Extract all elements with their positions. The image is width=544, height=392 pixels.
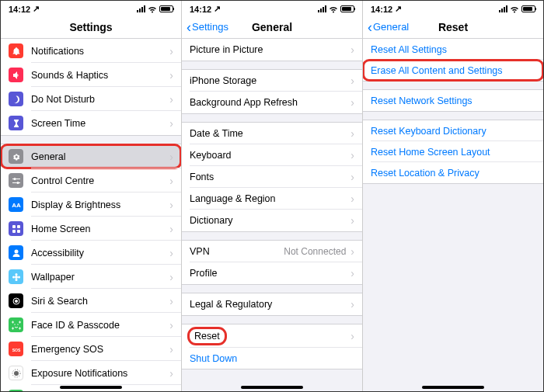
svg-point-14 — [15, 300, 18, 303]
general-list[interactable]: Picture in Picture› iPhone Storage›Backg… — [182, 39, 362, 391]
chevron-right-icon: › — [350, 267, 354, 279]
row-profile[interactable]: Profile› — [182, 262, 362, 284]
back-button[interactable]: ‹General — [368, 20, 409, 34]
row-vpn[interactable]: VPNNot Connected› — [182, 241, 362, 262]
chevron-right-icon: › — [169, 93, 173, 106]
row-dictionary[interactable]: Dictionary› — [182, 210, 362, 231]
svg-point-7 — [14, 249, 18, 253]
status-bar: 14:12↗ — [182, 1, 362, 16]
row-reset-network-settings[interactable]: Reset Network Settings — [363, 90, 543, 111]
row-reset-keyboard-dictionary[interactable]: Reset Keyboard Dictionary — [363, 120, 543, 141]
row-control-centre[interactable]: Control Centre› — [1, 168, 181, 193]
row-label: Siri & Search — [31, 296, 169, 307]
aa-icon: AA — [9, 197, 23, 212]
chevron-right-icon: › — [169, 45, 173, 57]
gear-icon — [9, 149, 23, 164]
row-label: Control Centre — [31, 175, 169, 186]
row-label: Reset Network Settings — [371, 95, 535, 106]
row-date-time[interactable]: Date & Time› — [182, 123, 362, 144]
row-label: Erase All Content and Settings — [371, 65, 535, 76]
row-sounds-haptics[interactable]: Sounds & Haptics› — [1, 63, 181, 87]
row-keyboard[interactable]: Keyboard› — [182, 144, 362, 166]
back-button[interactable]: ‹Settings — [187, 20, 228, 34]
row-label: Legal & Regulatory — [190, 299, 350, 310]
row-label: Language & Region — [190, 193, 350, 204]
home-indicator[interactable] — [241, 386, 303, 389]
row-label: Fonts — [190, 172, 350, 182]
svg-text:SOS: SOS — [12, 347, 20, 352]
row-siri-search[interactable]: Siri & Search› — [1, 289, 181, 313]
row-background-app-refresh[interactable]: Background App Refresh› — [182, 92, 362, 113]
row-label: Sounds & Haptics — [31, 70, 169, 81]
row-emergency-sos[interactable]: SOSEmergency SOS› — [1, 337, 181, 361]
page-title: Reset — [438, 21, 468, 33]
chevron-right-icon: › — [350, 149, 354, 161]
row-label: iPhone Storage — [190, 75, 350, 86]
row-label: Reset Home Screen Layout — [371, 147, 535, 158]
row-label: Reset Location & Privacy — [371, 168, 535, 179]
chevron-right-icon: › — [350, 330, 354, 342]
row-picture-in-picture[interactable]: Picture in Picture› — [182, 39, 362, 61]
row-reset-all-settings[interactable]: Reset All Settings — [363, 39, 543, 60]
flower-icon — [9, 269, 23, 284]
row-accessibility[interactable]: Accessibility› — [1, 241, 181, 265]
row-general[interactable]: General› — [1, 144, 181, 168]
svg-point-0 — [13, 178, 16, 180]
row-shut-down[interactable]: Shut Down — [182, 348, 362, 369]
wifi-icon — [510, 5, 519, 12]
settings-list[interactable]: Notifications›Sounds & Haptics›Do Not Di… — [1, 39, 181, 391]
moon-icon — [9, 92, 23, 106]
row-label: Display & Brightness — [31, 199, 169, 210]
reset-list[interactable]: Reset All SettingsErase All Content and … — [363, 39, 543, 391]
row-reset[interactable]: Reset› — [182, 324, 362, 348]
row-language-region[interactable]: Language & Region› — [182, 188, 362, 210]
row-label: Picture in Picture — [190, 44, 350, 55]
row-screen-time[interactable]: Screen Time› — [1, 111, 181, 135]
svg-point-10 — [15, 279, 17, 281]
svg-rect-4 — [17, 225, 20, 228]
chevron-right-icon: › — [169, 223, 173, 235]
status-time: 14:12 — [190, 5, 211, 14]
home-indicator[interactable] — [60, 386, 122, 389]
row-label: Face ID & Passcode — [31, 320, 169, 331]
chevron-right-icon: › — [350, 96, 354, 109]
row-iphone-storage[interactable]: iPhone Storage› — [182, 70, 362, 92]
three-panel-tutorial: 14:12↗ Settings Notifications›Sounds & H… — [0, 0, 544, 392]
row-label: Exposure Notifications — [31, 368, 169, 379]
grid-icon — [9, 221, 23, 236]
location-icon: ↗ — [214, 4, 221, 14]
row-do-not-disturb[interactable]: Do Not Disturb› — [1, 87, 181, 111]
chevron-right-icon: › — [169, 199, 173, 211]
chevron-left-icon: ‹ — [187, 20, 191, 34]
phone-settings: 14:12↗ Settings Notifications›Sounds & H… — [1, 1, 182, 391]
chevron-right-icon: › — [350, 171, 354, 183]
battery-icon — [159, 5, 173, 12]
chevron-right-icon: › — [169, 151, 173, 163]
row-legal-regulatory[interactable]: Legal & Regulatory› — [182, 293, 362, 315]
row-label: Date & Time — [190, 128, 350, 139]
row-reset-home-screen-layout[interactable]: Reset Home Screen Layout — [363, 141, 543, 162]
row-erase-all-content-and-settings[interactable]: Erase All Content and Settings — [363, 60, 543, 81]
chevron-right-icon: › — [350, 193, 354, 205]
row-display-brightness[interactable]: AADisplay & Brightness› — [1, 193, 181, 217]
row-reset-location-privacy[interactable]: Reset Location & Privacy — [363, 162, 543, 183]
row-face-id-passcode[interactable]: Face ID & Passcode› — [1, 313, 181, 337]
hourglass-icon — [9, 116, 23, 130]
row-notifications[interactable]: Notifications› — [1, 39, 181, 63]
row-label: Home Screen — [31, 224, 169, 234]
svg-point-1 — [16, 182, 19, 184]
row-home-screen[interactable]: Home Screen› — [1, 217, 181, 241]
svg-point-9 — [15, 273, 17, 276]
navbar-settings: Settings — [1, 16, 181, 39]
home-indicator[interactable] — [422, 386, 484, 389]
svg-text:AA: AA — [12, 202, 21, 209]
row-exposure-notifications[interactable]: Exposure Notifications› — [1, 361, 181, 385]
wifi-icon — [148, 5, 157, 12]
row-fonts[interactable]: Fonts› — [182, 166, 362, 188]
row-label: Shut Down — [190, 353, 354, 364]
location-icon: ↗ — [33, 4, 40, 14]
row-wallpaper[interactable]: Wallpaper› — [1, 265, 181, 289]
row-label: Do Not Disturb — [31, 94, 169, 105]
svg-rect-6 — [17, 230, 20, 233]
back-label: Settings — [192, 21, 228, 33]
